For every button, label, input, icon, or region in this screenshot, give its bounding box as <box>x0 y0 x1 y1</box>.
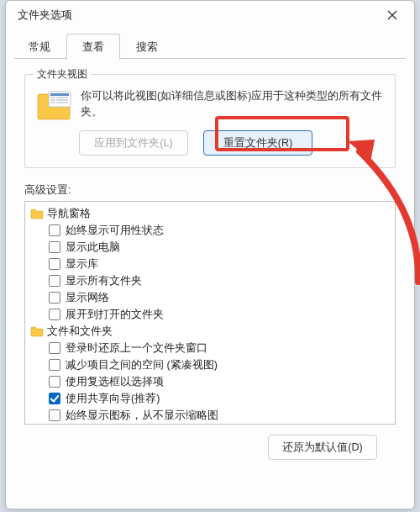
tree-item[interactable]: 显示所有文件夹 <box>27 272 393 289</box>
tree-item-checkbox[interactable] <box>49 342 60 354</box>
close-icon <box>387 10 397 20</box>
tree-group-label: 导航窗格 <box>47 207 91 221</box>
folder-views-legend: 文件夹视图 <box>34 67 91 82</box>
tree-item-label: 显示网络 <box>66 291 109 305</box>
tree-item[interactable]: 展开到打开的文件夹 <box>27 306 393 323</box>
tree-item[interactable]: 登录时还原上一个文件夹窗口 <box>27 340 393 356</box>
tab-strip: 常规 查看 搜索 <box>6 33 414 59</box>
tree-item-label: 显示所有文件夹 <box>66 274 142 288</box>
apply-to-folders-button: 应用到文件夹(L) <box>79 130 188 156</box>
tree-item-label: 登录时还原上一个文件夹窗口 <box>66 341 207 356</box>
tree-item-checkbox[interactable] <box>49 409 60 421</box>
tree-item-label: 显示此电脑 <box>66 240 120 255</box>
tab-general[interactable]: 常规 <box>13 34 66 60</box>
svg-rect-2 <box>50 97 55 98</box>
tree-item-label: 始终显示图标，从不显示缩略图 <box>66 409 218 423</box>
svg-rect-1 <box>50 93 69 96</box>
tab-search[interactable]: 搜索 <box>120 34 174 60</box>
advanced-settings-label: 高级设置: <box>24 183 396 198</box>
tree-item[interactable]: 始终显示可用性状态 <box>27 222 393 239</box>
tree-item[interactable]: 显示网络 <box>27 289 393 306</box>
tree-item-checkbox[interactable] <box>49 224 60 236</box>
tree-item[interactable]: 显示库 <box>27 256 393 272</box>
reset-folders-button[interactable]: 重置文件夹(R) <box>203 130 312 156</box>
tree-item-label: 使用复选框以选择项 <box>66 375 164 389</box>
folder-options-dialog: 文件夹选项 常规 查看 搜索 文件夹视图 <box>5 0 415 509</box>
tree-item-checkbox[interactable] <box>49 275 60 287</box>
folder-views-desc: 你可以将此视图(如详细信息或图标)应用于这种类型的所有文件夹。 <box>81 88 385 122</box>
tree-item-checkbox[interactable] <box>49 393 60 404</box>
tree-item-checkbox[interactable] <box>49 241 60 253</box>
restore-defaults-button[interactable]: 还原为默认值(D) <box>268 435 377 460</box>
close-button[interactable] <box>375 3 409 27</box>
window-title: 文件夹选项 <box>18 8 375 23</box>
svg-rect-4 <box>50 99 55 101</box>
svg-rect-7 <box>56 102 68 103</box>
titlebar: 文件夹选项 <box>6 1 414 29</box>
folder-views-icon <box>35 88 72 122</box>
folder-views-group: 文件夹视图 你可以将此视图(如详细信息或图标)应用于这种类型的所有文件夹。 应用… <box>24 74 396 168</box>
tree-group[interactable]: 文件和文件夹 <box>27 323 393 340</box>
tree-item-label: 始终显示可用性状态 <box>66 224 164 238</box>
tree-item-label: 展开到打开的文件夹 <box>66 308 164 322</box>
tree-item[interactable]: 显示此电脑 <box>27 239 393 256</box>
svg-rect-6 <box>50 102 55 103</box>
advanced-settings-tree[interactable]: 导航窗格始终显示可用性状态显示此电脑显示库显示所有文件夹显示网络展开到打开的文件… <box>24 201 396 425</box>
tab-view[interactable]: 查看 <box>66 34 120 60</box>
tree-item[interactable]: 使用复选框以选择项 <box>27 373 393 390</box>
svg-rect-5 <box>56 99 68 101</box>
tree-item-checkbox[interactable] <box>49 258 60 270</box>
tree-item[interactable]: 减少项目之间的空间 (紧凑视图) <box>27 356 393 373</box>
tree-item[interactable]: 使用共享向导(推荐) <box>27 390 393 407</box>
tree-item-checkbox[interactable] <box>49 359 60 371</box>
tab-content: 文件夹视图 你可以将此视图(如详细信息或图标)应用于这种类型的所有文件夹。 应用… <box>6 59 414 472</box>
tree-item-checkbox[interactable] <box>49 309 60 320</box>
svg-rect-3 <box>56 97 68 98</box>
tree-item-checkbox[interactable] <box>49 292 60 304</box>
tree-item[interactable]: 始终显示图标，从不显示缩略图 <box>27 407 393 424</box>
tree-group[interactable]: 导航窗格 <box>27 205 393 222</box>
tree-item-label: 使用共享向导(推荐) <box>66 392 160 406</box>
tree-item-label: 显示库 <box>66 257 98 272</box>
tree-group-label: 文件和文件夹 <box>47 325 113 339</box>
tree-item-checkbox[interactable] <box>49 376 60 388</box>
tree-item-label: 减少项目之间的空间 (紧凑视图) <box>66 358 218 372</box>
